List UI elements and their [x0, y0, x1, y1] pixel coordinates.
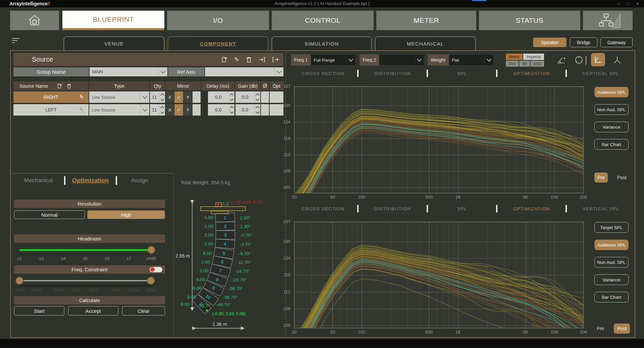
chart-tab-distribution[interactable]: DISTRIBUTION	[359, 71, 427, 76]
variance-button[interactable]: Variance	[594, 274, 629, 285]
gauge-icon[interactable]	[573, 55, 585, 65]
post-button[interactable]: Post	[614, 172, 630, 183]
axis-corner-icon[interactable]	[591, 53, 605, 66]
stepper-arrows[interactable]	[255, 91, 260, 103]
stepper-arrows[interactable]	[229, 104, 234, 116]
table-row-source-name[interactable]: RIGHT ✎	[13, 91, 89, 103]
pencil-icon[interactable]: ✎	[79, 107, 84, 113]
pencil-icon[interactable]: ✎	[234, 57, 239, 63]
audience-spl-button[interactable]: Audience SPL	[594, 87, 629, 97]
tripod-icon[interactable]	[611, 55, 623, 65]
stepper-arrows[interactable]	[255, 104, 260, 116]
minimize-button[interactable]: –	[614, 0, 623, 7]
type-dropdown[interactable]: Line Source	[89, 104, 149, 116]
qty-stepper[interactable]: 11	[150, 104, 165, 116]
maximize-button[interactable]: □	[624, 0, 632, 7]
mirror-x-checkbox[interactable]: ✓	[174, 104, 183, 116]
target-spl-button[interactable]: Target SPL	[594, 222, 629, 233]
gain-field[interactable]: 0.0	[235, 104, 260, 116]
file-plus-icon[interactable]	[221, 56, 227, 63]
pre-button[interactable]: Pre	[593, 324, 608, 334]
home-settings-button[interactable]	[10, 11, 59, 30]
delay-field[interactable]: 0.0	[208, 91, 234, 103]
pencil-icon[interactable]: ✎	[79, 94, 84, 100]
phase-cell[interactable]	[261, 104, 269, 116]
type-dropdown[interactable]: Line Source	[89, 91, 149, 103]
mirror-y-checkbox[interactable]	[193, 104, 201, 116]
clear-button[interactable]: Clear	[122, 306, 165, 316]
gain-field[interactable]: 0.0	[235, 91, 260, 103]
variance-button[interactable]: Variance	[594, 122, 629, 132]
gateway-button[interactable]: Gateway	[600, 38, 633, 47]
chart-tab-spl[interactable]: SPL	[428, 71, 496, 76]
non-aud-spl-button[interactable]: Non Aud. SPL	[594, 104, 629, 115]
tab-assign[interactable]: Assign	[119, 176, 160, 186]
chart-tab-cross-section[interactable]: CROSS SECTION	[289, 71, 357, 76]
stepper-arrows[interactable]	[159, 104, 165, 116]
table-row-source-name[interactable]: LEFT ✎	[13, 104, 89, 116]
chart-tab-optimization[interactable]: OPTIMIZATION	[497, 206, 566, 211]
headroom-slider-track[interactable]	[19, 249, 151, 251]
imperial-button[interactable]: Imperial	[523, 54, 544, 60]
accept-button[interactable]: Accept	[68, 306, 118, 316]
freq-range-handle-low[interactable]	[15, 277, 23, 285]
chart-tab-vertical-spl[interactable]: VERTICAL SPL	[567, 206, 635, 211]
bridge-button[interactable]: Bridge	[570, 38, 597, 47]
chart-tab-optimization[interactable]: OPTIMIZATION	[497, 71, 566, 76]
tab-status[interactable]: STATUS	[479, 11, 580, 30]
phase-cell[interactable]	[261, 91, 269, 103]
subtab-venue[interactable]: VENUE	[64, 37, 164, 50]
export-icon[interactable]	[259, 56, 265, 63]
freq1-dropdown[interactable]: Full Range	[311, 54, 356, 66]
bar-chart-button[interactable]: Bar Chart	[594, 292, 629, 302]
tab-io[interactable]: I/O	[167, 11, 269, 30]
freq2-dropdown[interactable]	[379, 54, 424, 66]
freq-range-handle-high[interactable]	[147, 277, 155, 285]
humidity-value[interactable]: 50	[519, 61, 530, 67]
chart-tab-cross-section[interactable]: CROSS SECTION	[289, 206, 357, 211]
temperature-value[interactable]: 20.0	[506, 61, 519, 67]
tab-control[interactable]: CONTROL	[272, 11, 374, 30]
delay-field[interactable]: 0.0	[208, 104, 234, 116]
stepper-arrows[interactable]	[159, 91, 165, 103]
weight-dropdown[interactable]: Flat	[449, 54, 494, 66]
spl-chart-pre[interactable]	[294, 86, 584, 193]
protractor-icon[interactable]	[556, 55, 567, 65]
spl-chart-post[interactable]	[294, 222, 584, 328]
group-name-dropdown[interactable]: MAIN	[90, 67, 167, 76]
ref-axis-dropdown[interactable]	[205, 67, 283, 76]
headroom-slider-handle[interactable]	[147, 246, 155, 254]
mirror-x-checkbox[interactable]: ✓	[174, 91, 183, 103]
trash-icon[interactable]	[67, 83, 71, 89]
subtab-mechanical[interactable]: MECHANICAL	[375, 37, 476, 50]
tab-meter[interactable]: METER	[376, 11, 476, 30]
file-plus-icon[interactable]	[57, 83, 62, 89]
chart-tab-vertical-spl[interactable]: VERTICAL SPL	[567, 71, 635, 76]
trash-icon[interactable]	[246, 56, 252, 63]
hamburger-icon[interactable]	[12, 38, 20, 43]
subtab-simulation[interactable]: SIMULATION	[272, 37, 372, 50]
network-button[interactable]	[583, 11, 633, 30]
chart-tab-spl[interactable]: SPL	[428, 206, 496, 211]
chart-tab-distribution[interactable]: DISTRIBUTION	[359, 206, 427, 211]
tab-optimization[interactable]: Optimization	[68, 176, 113, 186]
pre-button[interactable]: Pre	[594, 172, 608, 183]
bar-chart-button[interactable]: Bar Chart	[594, 139, 629, 150]
import-icon[interactable]	[272, 56, 279, 63]
mirror-y-checkbox[interactable]	[193, 91, 201, 103]
stepper-arrows[interactable]	[229, 91, 234, 103]
start-button[interactable]: Start	[14, 306, 64, 316]
tab-blueprint[interactable]: BLUEPRINT	[62, 11, 164, 30]
subtab-component[interactable]: COMPONENT	[168, 37, 268, 50]
tab-mechanical[interactable]: Mechanical	[17, 176, 60, 186]
audience-spl-button[interactable]: Audience SPL	[594, 239, 629, 250]
freq-constraint-toggle[interactable]	[150, 267, 162, 272]
metric-button[interactable]: Metric	[506, 54, 523, 60]
resolution-high-button[interactable]: High	[87, 210, 165, 219]
close-button[interactable]: ×	[633, 0, 642, 7]
pressure-value[interactable]: 1013	[531, 61, 544, 67]
qty-stepper[interactable]: 11	[150, 91, 165, 103]
speaker-button[interactable]: Speaker	[533, 38, 567, 47]
non-aud-spl-button[interactable]: Non Aud. SPL	[594, 257, 629, 268]
post-button[interactable]: Post	[614, 324, 630, 334]
